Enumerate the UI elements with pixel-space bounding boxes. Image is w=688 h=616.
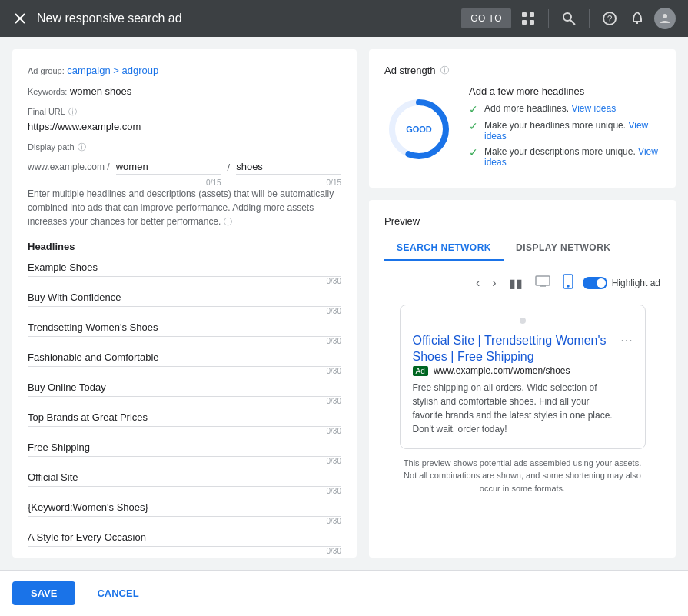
headline-input-9[interactable] xyxy=(28,498,341,517)
headline-input-8[interactable] xyxy=(28,468,341,487)
path1-wrap: 0/15 xyxy=(116,159,221,175)
mobile-icon[interactable] xyxy=(560,271,577,295)
svg-text:?: ? xyxy=(607,14,613,25)
prev-button[interactable]: ‹ xyxy=(473,273,483,293)
display-path-help-icon[interactable]: ⓘ xyxy=(78,142,86,153)
preview-note: This preview shows potential ads assembl… xyxy=(400,457,646,495)
headline-input-3[interactable] xyxy=(28,318,341,337)
desktop-icon[interactable] xyxy=(532,272,553,294)
toggle-knob xyxy=(597,278,606,288)
donut-label: GOOD xyxy=(406,125,432,134)
suggestion-1: ✓ Add more headlines. View ideas xyxy=(469,103,660,115)
ad-badge: Ad xyxy=(413,366,428,376)
next-button[interactable]: › xyxy=(489,273,499,293)
preview-tabs: SEARCH NETWORK DISPLAY NETWORK xyxy=(384,236,660,261)
final-url-value: https://www.example.com xyxy=(28,121,341,132)
headlines-section-title: Headlines xyxy=(28,241,341,252)
headlines-list: 0/30 0/30 0/30 0/30 0/30 0/30 xyxy=(28,258,341,555)
path2-wrap: 0/15 xyxy=(236,159,341,175)
headline-input-2[interactable] xyxy=(28,288,341,307)
header-actions: GO TO ? xyxy=(461,8,676,29)
final-url-help-icon[interactable]: ⓘ xyxy=(68,106,77,118)
headline-item-3: 0/30 xyxy=(28,318,341,345)
grid-icon[interactable] xyxy=(517,8,539,29)
path1-counter: 0/15 xyxy=(206,178,221,187)
close-icon[interactable] xyxy=(12,11,28,26)
cancel-button[interactable]: CANCEL xyxy=(85,581,151,605)
svg-point-19 xyxy=(567,285,569,287)
preview-title: Preview xyxy=(384,215,660,227)
path1-input[interactable] xyxy=(116,159,221,175)
headline-counter-2: 0/30 xyxy=(28,307,341,315)
ad-title[interactable]: Official Site | Trendsetting Women's Sho… xyxy=(413,334,607,363)
headline-item-5: 0/30 xyxy=(28,378,341,405)
notification-icon[interactable] xyxy=(627,8,648,29)
ad-strength-help-icon[interactable]: ⓘ xyxy=(440,65,449,76)
tab-search-network[interactable]: SEARCH NETWORK xyxy=(384,236,504,261)
save-button[interactable]: SAVE xyxy=(12,581,75,605)
suggestion-3: ✓ Make your descriptions more unique. Vi… xyxy=(469,146,660,168)
svg-point-12 xyxy=(663,14,667,18)
headline-input-5[interactable] xyxy=(28,378,341,397)
headline-item-1: 0/30 xyxy=(28,258,341,285)
headline-counter-3: 0/30 xyxy=(28,337,341,345)
headline-counter-10: 0/30 xyxy=(28,547,341,555)
headline-item-6: 0/30 xyxy=(28,408,341,435)
headline-input-6[interactable] xyxy=(28,408,341,427)
headline-counter-9: 0/30 xyxy=(28,517,341,525)
suggestion-link-2[interactable]: View ideas xyxy=(484,120,648,142)
ad-url: www.example.com/women/shoes xyxy=(434,365,570,376)
headline-input-4[interactable] xyxy=(28,348,341,367)
goto-button[interactable]: GO TO xyxy=(461,8,511,28)
path2-input[interactable] xyxy=(236,159,341,175)
suggestions-heading: Add a few more headlines xyxy=(469,85,660,97)
svg-rect-4 xyxy=(522,20,527,25)
headline-item-10: 0/30 xyxy=(28,528,341,555)
info-text-icon[interactable]: ⓘ xyxy=(224,217,232,226)
url-inputs: www.example.com / 0/15 / 0/15 xyxy=(28,159,341,175)
suggestion-link-1[interactable]: View ideas xyxy=(571,103,616,114)
headline-item-9: 0/30 xyxy=(28,498,341,525)
left-panel: Ad group: campaign > adgroup Keywords: w… xyxy=(12,49,357,558)
pause-button[interactable]: ▮▮ xyxy=(506,273,526,294)
bottom-bar: SAVE CANCEL xyxy=(0,570,688,616)
preview-card: Preview SEARCH NETWORK DISPLAY NETWORK ‹… xyxy=(369,200,676,558)
check-icon-3: ✓ xyxy=(469,146,478,158)
header-divider2 xyxy=(589,9,590,28)
ad-group-field: Ad group: campaign > adgroup xyxy=(28,65,341,76)
headline-counter-8: 0/30 xyxy=(28,487,341,495)
toggle-switch[interactable] xyxy=(583,277,607,289)
suggestion-link-3[interactable]: View ideas xyxy=(484,146,658,168)
keywords-label: Keywords: xyxy=(28,87,67,96)
ad-url-line: Ad www.example.com/women/shoes xyxy=(413,365,614,376)
ad-more-icon[interactable]: ⋯ xyxy=(620,333,633,348)
final-url-field: Final URL ⓘ https://www.example.com xyxy=(28,106,341,132)
ad-group-link[interactable]: campaign > adgroup xyxy=(67,65,158,76)
strength-content: GOOD Add a few more headlines ✓ Add more… xyxy=(384,85,660,172)
headline-input-1[interactable] xyxy=(28,258,341,277)
header-divider xyxy=(548,9,549,28)
display-path-label: Display path xyxy=(28,142,75,152)
url-slash: / xyxy=(228,161,231,173)
tab-display-network[interactable]: DISPLAY NETWORK xyxy=(504,236,623,261)
search-icon[interactable] xyxy=(558,8,580,29)
headline-counter-5: 0/30 xyxy=(28,397,341,405)
page-title: New responsive search ad xyxy=(37,12,461,25)
svg-point-6 xyxy=(563,13,571,21)
ad-content: Official Site | Trendsetting Women's Sho… xyxy=(413,333,614,436)
account-icon[interactable] xyxy=(654,8,676,29)
strength-suggestions: Add a few more headlines ✓ Add more head… xyxy=(469,85,660,172)
suggestion-2: ✓ Make your headlines more unique. View … xyxy=(469,120,660,142)
ad-strength-title: Ad strength ⓘ xyxy=(384,65,660,76)
browser-dots xyxy=(413,318,633,324)
headline-item-2: 0/30 xyxy=(28,288,341,315)
check-icon-2: ✓ xyxy=(469,120,478,132)
help-icon[interactable]: ? xyxy=(599,8,620,29)
display-path-field: Display path ⓘ www.example.com / 0/15 / … xyxy=(28,142,341,175)
headline-counter-4: 0/30 xyxy=(28,367,341,375)
headline-input-10[interactable] xyxy=(28,528,341,547)
final-url-label: Final URL xyxy=(28,107,65,116)
headline-counter-7: 0/30 xyxy=(28,457,341,465)
svg-rect-2 xyxy=(522,12,527,17)
headline-input-7[interactable] xyxy=(28,438,341,457)
